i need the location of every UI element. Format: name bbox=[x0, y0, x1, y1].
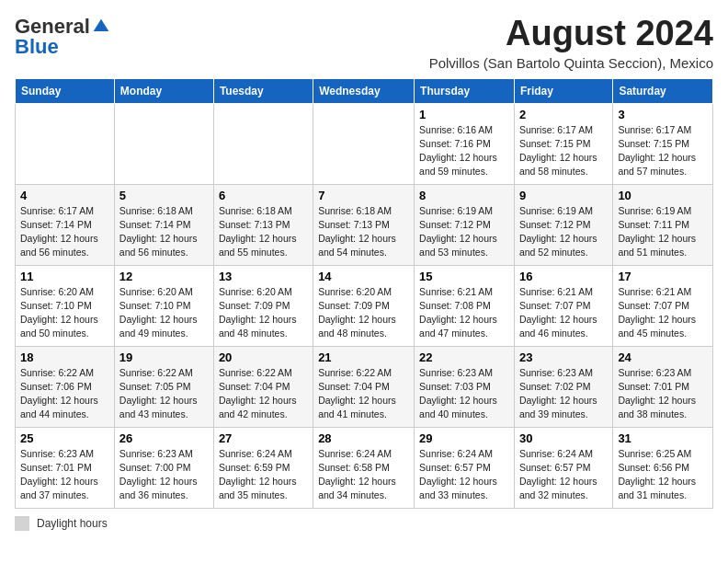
day-number: 29 bbox=[419, 431, 509, 445]
calendar-cell: 10Sunrise: 6:19 AM Sunset: 7:11 PM Dayli… bbox=[613, 184, 713, 265]
calendar-week-3: 11Sunrise: 6:20 AM Sunset: 7:10 PM Dayli… bbox=[16, 265, 713, 346]
col-header-saturday: Saturday bbox=[613, 78, 713, 103]
day-detail: Sunrise: 6:17 AM Sunset: 7:14 PM Dayligh… bbox=[20, 204, 109, 260]
calendar-cell: 2Sunrise: 6:17 AM Sunset: 7:15 PM Daylig… bbox=[514, 103, 612, 184]
col-header-tuesday: Tuesday bbox=[213, 78, 313, 103]
day-number: 4 bbox=[20, 189, 109, 202]
calendar-cell: 28Sunrise: 6:24 AM Sunset: 6:58 PM Dayli… bbox=[313, 427, 415, 508]
calendar-cell: 27Sunrise: 6:24 AM Sunset: 6:59 PM Dayli… bbox=[213, 427, 313, 508]
day-number: 17 bbox=[618, 270, 708, 283]
day-detail: Sunrise: 6:22 AM Sunset: 7:05 PM Dayligh… bbox=[119, 366, 209, 422]
day-detail: Sunrise: 6:18 AM Sunset: 7:14 PM Dayligh… bbox=[119, 204, 209, 260]
day-detail: Sunrise: 6:22 AM Sunset: 7:04 PM Dayligh… bbox=[318, 366, 409, 422]
main-title: August 2024 bbox=[429, 15, 713, 53]
day-number: 24 bbox=[618, 350, 708, 364]
calendar-table: SundayMondayTuesdayWednesdayThursdayFrid… bbox=[15, 78, 713, 509]
calendar-cell bbox=[114, 103, 213, 184]
col-header-thursday: Thursday bbox=[415, 78, 515, 103]
footer-color-box bbox=[15, 516, 29, 531]
calendar-cell: 15Sunrise: 6:21 AM Sunset: 7:08 PM Dayli… bbox=[415, 265, 515, 346]
day-of-week-header: SundayMondayTuesdayWednesdayThursdayFrid… bbox=[16, 78, 713, 103]
day-number: 2 bbox=[519, 108, 608, 121]
footer-label: Daylight hours bbox=[37, 517, 108, 530]
calendar-cell: 20Sunrise: 6:22 AM Sunset: 7:04 PM Dayli… bbox=[213, 346, 313, 427]
footer-note: Daylight hours bbox=[15, 516, 713, 531]
logo: General Blue bbox=[15, 15, 110, 59]
day-number: 1 bbox=[419, 108, 509, 121]
calendar-week-2: 4Sunrise: 6:17 AM Sunset: 7:14 PM Daylig… bbox=[16, 184, 713, 265]
day-number: 7 bbox=[318, 189, 409, 202]
day-detail: Sunrise: 6:24 AM Sunset: 6:57 PM Dayligh… bbox=[419, 447, 509, 503]
day-detail: Sunrise: 6:23 AM Sunset: 7:01 PM Dayligh… bbox=[618, 366, 708, 422]
day-detail: Sunrise: 6:19 AM Sunset: 7:12 PM Dayligh… bbox=[419, 204, 509, 260]
day-number: 25 bbox=[20, 431, 109, 445]
day-number: 16 bbox=[519, 270, 608, 283]
day-detail: Sunrise: 6:17 AM Sunset: 7:15 PM Dayligh… bbox=[618, 123, 708, 179]
day-number: 28 bbox=[318, 431, 409, 445]
day-detail: Sunrise: 6:25 AM Sunset: 6:56 PM Dayligh… bbox=[618, 447, 708, 503]
day-number: 20 bbox=[219, 350, 308, 364]
day-number: 11 bbox=[20, 270, 109, 283]
day-number: 5 bbox=[119, 189, 209, 202]
day-number: 27 bbox=[219, 431, 308, 445]
day-number: 30 bbox=[519, 431, 608, 445]
calendar-cell: 13Sunrise: 6:20 AM Sunset: 7:09 PM Dayli… bbox=[213, 265, 313, 346]
calendar-cell bbox=[16, 103, 115, 184]
calendar-cell: 6Sunrise: 6:18 AM Sunset: 7:13 PM Daylig… bbox=[213, 184, 313, 265]
day-number: 6 bbox=[219, 189, 308, 202]
calendar-cell: 8Sunrise: 6:19 AM Sunset: 7:12 PM Daylig… bbox=[415, 184, 515, 265]
day-number: 14 bbox=[318, 270, 409, 283]
day-number: 22 bbox=[419, 350, 509, 364]
calendar-cell: 12Sunrise: 6:20 AM Sunset: 7:10 PM Dayli… bbox=[114, 265, 213, 346]
calendar-cell: 18Sunrise: 6:22 AM Sunset: 7:06 PM Dayli… bbox=[16, 346, 115, 427]
day-detail: Sunrise: 6:24 AM Sunset: 6:57 PM Dayligh… bbox=[519, 447, 608, 503]
calendar-cell: 22Sunrise: 6:23 AM Sunset: 7:03 PM Dayli… bbox=[415, 346, 515, 427]
calendar-cell bbox=[213, 103, 313, 184]
day-number: 23 bbox=[519, 350, 608, 364]
calendar-cell: 31Sunrise: 6:25 AM Sunset: 6:56 PM Dayli… bbox=[613, 427, 713, 508]
col-header-friday: Friday bbox=[514, 78, 612, 103]
day-number: 3 bbox=[618, 108, 708, 121]
logo-icon bbox=[92, 17, 110, 36]
day-detail: Sunrise: 6:17 AM Sunset: 7:15 PM Dayligh… bbox=[519, 123, 608, 179]
day-number: 15 bbox=[419, 270, 509, 283]
day-detail: Sunrise: 6:23 AM Sunset: 7:00 PM Dayligh… bbox=[119, 447, 209, 503]
day-detail: Sunrise: 6:16 AM Sunset: 7:16 PM Dayligh… bbox=[419, 123, 509, 179]
day-detail: Sunrise: 6:20 AM Sunset: 7:10 PM Dayligh… bbox=[119, 285, 209, 341]
day-detail: Sunrise: 6:19 AM Sunset: 7:12 PM Dayligh… bbox=[519, 204, 608, 260]
calendar-week-5: 25Sunrise: 6:23 AM Sunset: 7:01 PM Dayli… bbox=[16, 427, 713, 508]
calendar-cell: 11Sunrise: 6:20 AM Sunset: 7:10 PM Dayli… bbox=[16, 265, 115, 346]
calendar-cell: 21Sunrise: 6:22 AM Sunset: 7:04 PM Dayli… bbox=[313, 346, 415, 427]
day-detail: Sunrise: 6:18 AM Sunset: 7:13 PM Dayligh… bbox=[219, 204, 308, 260]
calendar-body: 1Sunrise: 6:16 AM Sunset: 7:16 PM Daylig… bbox=[16, 103, 713, 508]
day-detail: Sunrise: 6:19 AM Sunset: 7:11 PM Dayligh… bbox=[618, 204, 708, 260]
day-number: 26 bbox=[119, 431, 209, 445]
day-detail: Sunrise: 6:22 AM Sunset: 7:06 PM Dayligh… bbox=[20, 366, 109, 422]
calendar-cell: 9Sunrise: 6:19 AM Sunset: 7:12 PM Daylig… bbox=[514, 184, 612, 265]
calendar-cell: 16Sunrise: 6:21 AM Sunset: 7:07 PM Dayli… bbox=[514, 265, 612, 346]
day-number: 19 bbox=[119, 350, 209, 364]
day-detail: Sunrise: 6:21 AM Sunset: 7:07 PM Dayligh… bbox=[618, 285, 708, 341]
calendar-cell: 1Sunrise: 6:16 AM Sunset: 7:16 PM Daylig… bbox=[415, 103, 515, 184]
day-detail: Sunrise: 6:23 AM Sunset: 7:03 PM Dayligh… bbox=[419, 366, 509, 422]
day-number: 12 bbox=[119, 270, 209, 283]
day-detail: Sunrise: 6:20 AM Sunset: 7:09 PM Dayligh… bbox=[219, 285, 308, 341]
col-header-monday: Monday bbox=[114, 78, 213, 103]
col-header-wednesday: Wednesday bbox=[313, 78, 415, 103]
calendar-cell: 17Sunrise: 6:21 AM Sunset: 7:07 PM Dayli… bbox=[613, 265, 713, 346]
calendar-week-1: 1Sunrise: 6:16 AM Sunset: 7:16 PM Daylig… bbox=[16, 103, 713, 184]
calendar-cell: 7Sunrise: 6:18 AM Sunset: 7:13 PM Daylig… bbox=[313, 184, 415, 265]
calendar-cell: 30Sunrise: 6:24 AM Sunset: 6:57 PM Dayli… bbox=[514, 427, 612, 508]
day-number: 18 bbox=[20, 350, 109, 364]
title-block: August 2024 Polvillos (San Bartolo Quint… bbox=[429, 15, 713, 71]
svg-marker-0 bbox=[94, 19, 109, 31]
day-number: 10 bbox=[618, 189, 708, 202]
calendar-cell: 23Sunrise: 6:23 AM Sunset: 7:02 PM Dayli… bbox=[514, 346, 612, 427]
day-detail: Sunrise: 6:22 AM Sunset: 7:04 PM Dayligh… bbox=[219, 366, 308, 422]
day-number: 8 bbox=[419, 189, 509, 202]
calendar-week-4: 18Sunrise: 6:22 AM Sunset: 7:06 PM Dayli… bbox=[16, 346, 713, 427]
logo-blue-text: Blue bbox=[15, 35, 59, 59]
day-number: 21 bbox=[318, 350, 409, 364]
day-number: 13 bbox=[219, 270, 308, 283]
day-detail: Sunrise: 6:23 AM Sunset: 7:02 PM Dayligh… bbox=[519, 366, 608, 422]
